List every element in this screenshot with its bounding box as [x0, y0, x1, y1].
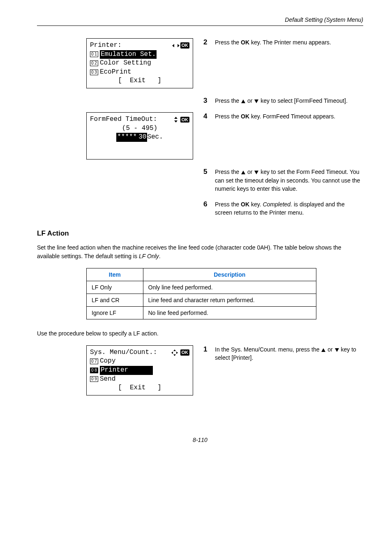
exit-label: [ Exit ]	[118, 384, 161, 393]
exit-label: [ Exit ]	[118, 76, 161, 86]
nav-arrows-icon	[172, 43, 180, 49]
table-header-item: Item	[87, 268, 143, 281]
item-number: 0 7	[90, 358, 98, 364]
item-number: 0 3	[90, 69, 98, 75]
lcd-printer-menu: Printer: OK 0 1Emulation Set. 0 2Color S…	[86, 38, 193, 88]
ok-icon: OK	[180, 42, 190, 49]
table-row: LF and CR Line feed and character return…	[87, 294, 316, 306]
menu-item-emulation: Emulation Set.	[100, 50, 157, 59]
value-number: 30	[138, 133, 147, 142]
menu-item-printer: Printer	[100, 366, 153, 375]
step-number: 3	[203, 97, 215, 105]
section-paragraph: Set the line feed action when the machin…	[37, 243, 363, 261]
value-prefix: *****	[116, 133, 138, 142]
range-label: (5 - 495)	[122, 124, 157, 133]
down-arrow-icon	[254, 99, 258, 103]
step-text: Press the or key to select [FormFeed Tim…	[215, 97, 348, 105]
lf-action-table: Item Description LF Only Only line feed …	[86, 268, 316, 319]
up-arrow-icon	[321, 348, 325, 352]
step-text: Press the or key to set the Form Feed Ti…	[215, 168, 363, 193]
menu-item-copy: Copy	[100, 357, 115, 366]
value-suffix: Sec.	[147, 133, 163, 142]
step-text: Press the OK key. The Printer menu appea…	[215, 38, 331, 46]
ok-icon: OK	[180, 117, 190, 123]
menu-item-send: Send	[100, 375, 115, 384]
step-number: 1	[203, 345, 215, 362]
menu-item-color: Color Setting	[100, 59, 151, 68]
lcd-formfeed-timeout: FormFeed TimeOut: OK (5 - 495) *****30Se…	[86, 112, 193, 160]
down-arrow-icon	[254, 171, 258, 174]
table-row: Ignore LF No line feed performed.	[87, 306, 316, 319]
item-number: 0 2	[90, 60, 98, 66]
step-number: 6	[203, 200, 215, 217]
up-arrow-icon	[241, 171, 245, 174]
down-arrow-icon	[335, 348, 339, 352]
procedure-intro: Use the procedure below to specify a LF …	[37, 329, 363, 338]
item-number: 0 9	[90, 376, 98, 382]
item-number: 0 1	[90, 51, 98, 57]
up-arrow-icon	[241, 99, 245, 103]
lcd-title: Printer:	[90, 41, 122, 50]
step-number: 2	[203, 38, 215, 46]
table-row: LF Only Only line feed performed.	[87, 281, 316, 294]
lcd-title: Sys. Menu/Count.:	[90, 348, 157, 357]
page-number: 8-110	[37, 437, 363, 443]
section-heading: LF Action	[37, 229, 363, 238]
lcd-title: FormFeed TimeOut:	[90, 115, 157, 124]
table-header-description: Description	[143, 268, 316, 281]
step-number: 5	[203, 168, 215, 193]
page-header: Default Setting (System Menu)	[37, 16, 363, 26]
lcd-sys-menu: Sys. Menu/Count.: OK 0 7Copy 0 8Printer …	[86, 345, 193, 395]
ok-icon: OK	[180, 349, 190, 356]
step-text: Press the OK key. Completed. is displaye…	[215, 200, 363, 217]
nav-cross-icon	[171, 349, 178, 356]
menu-item-ecoprint: EcoPrint	[100, 68, 131, 77]
updown-icon	[173, 117, 179, 123]
item-number: 0 8	[90, 368, 98, 373]
step-text: In the Sys. Menu/Count. menu, press the …	[215, 345, 363, 362]
step-number: 4	[203, 112, 215, 120]
step-text: Press the OK key. FormFeed Timeout appea…	[215, 112, 335, 120]
